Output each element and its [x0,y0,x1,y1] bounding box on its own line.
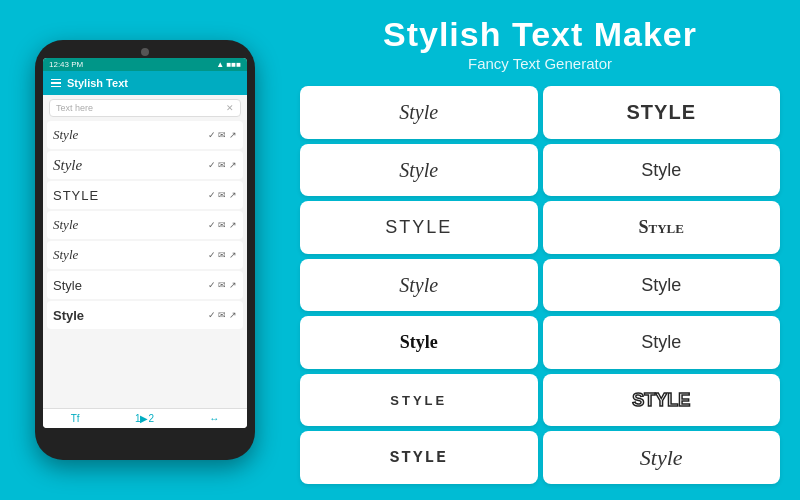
style-text-5: STYLE [385,217,452,238]
list-text-7: Style [53,308,84,323]
style-card-10[interactable]: Style [543,316,781,369]
phone-toolbar: Stylish Text [43,71,247,95]
list-text-1: Style [53,127,78,143]
list-icons-2: ✓ ✉ ↗ [208,160,237,170]
list-text-6: Style [53,278,82,293]
style-card-5[interactable]: STYLE [300,201,538,254]
style-text-3: Style [399,159,438,182]
style-grid: Style STYLE Style Style STYLE Style Styl… [300,86,780,484]
search-placeholder: Text here [56,103,93,113]
style-card-14[interactable]: Style [543,431,781,484]
style-card-12[interactable]: STYLE [543,374,781,427]
phone-top [43,48,247,58]
list-item[interactable]: Style ✓ ✉ ↗ [47,271,243,299]
right-section: Stylish Text Maker Fancy Text Generator … [290,0,800,500]
list-text-4: Style [53,217,78,233]
style-card-7[interactable]: Style [300,259,538,312]
list-icons-6: ✓ ✉ ↗ [208,280,237,290]
style-card-3[interactable]: Style [300,144,538,197]
list-text-2: Style [53,157,82,174]
app-header: Stylish Text Maker Fancy Text Generator [300,16,780,72]
status-time: 12:43 PM [49,60,83,69]
style-text-12: STYLE [632,390,690,411]
list-item[interactable]: Style ✓ ✉ ↗ [47,121,243,149]
style-card-1[interactable]: Style [300,86,538,139]
list-icons-1: ✓ ✉ ↗ [208,130,237,140]
style-card-8[interactable]: Style [543,259,781,312]
bottom-btn-1[interactable]: Tf [71,413,80,424]
style-text-4: Style [641,160,681,181]
style-text-8: Style [641,275,681,296]
phone-screen: 12:43 PM ▲ ■■■ Stylish Text Text here ✕ … [43,58,247,428]
style-card-13[interactable]: STYLE [300,431,538,484]
style-text-7: Style [399,274,438,297]
list-item[interactable]: Style ✓ ✉ ↗ [47,301,243,329]
app-title: Stylish Text Maker [300,16,780,53]
list-icons-3: ✓ ✉ ↗ [208,190,237,200]
style-text-13: STYLE [390,449,448,467]
bottom-btn-2[interactable]: 1▶2 [135,413,154,424]
style-card-6[interactable]: Style [543,201,781,254]
style-text-6: Style [639,217,684,238]
camera-icon [141,48,149,56]
style-text-9: Style [400,332,438,353]
style-text-11: STYLE [390,393,447,408]
status-bar: 12:43 PM ▲ ■■■ [43,58,247,71]
phone-mockup: 12:43 PM ▲ ■■■ Stylish Text Text here ✕ … [35,40,255,460]
clear-icon[interactable]: ✕ [226,103,234,113]
style-card-2[interactable]: STYLE [543,86,781,139]
list-item[interactable]: Style ✓ ✉ ↗ [47,151,243,179]
bottom-btn-3[interactable]: ↔ [209,413,219,424]
app-subtitle: Fancy Text Generator [300,55,780,72]
phone-section: 12:43 PM ▲ ■■■ Stylish Text Text here ✕ … [0,0,290,500]
phone-app-title: Stylish Text [67,77,128,89]
list-icons-5: ✓ ✉ ↗ [208,250,237,260]
style-text-1: Style [399,101,438,124]
style-text-14: Style [640,445,683,471]
list-text-5: Style [53,247,78,263]
list-item[interactable]: Style ✓ ✉ ↗ [47,241,243,269]
status-icons: ▲ ■■■ [216,60,241,69]
list-icons-4: ✓ ✉ ↗ [208,220,237,230]
list-text-3: STYLE [53,188,99,203]
phone-search-bar[interactable]: Text here ✕ [49,99,241,117]
phone-bottom-bar: Tf 1▶2 ↔ [43,408,247,428]
style-card-11[interactable]: STYLE [300,374,538,427]
list-item[interactable]: Style ✓ ✉ ↗ [47,211,243,239]
list-item[interactable]: STYLE ✓ ✉ ↗ [47,181,243,209]
style-text-2: STYLE [627,101,696,124]
style-card-9[interactable]: Style [300,316,538,369]
hamburger-icon[interactable] [51,79,61,88]
style-text-10: Style [641,332,681,353]
phone-list: Style ✓ ✉ ↗ Style ✓ ✉ ↗ STYLE ✓ ✉ ↗ Styl… [43,121,247,408]
list-icons-7: ✓ ✉ ↗ [208,310,237,320]
style-card-4[interactable]: Style [543,144,781,197]
